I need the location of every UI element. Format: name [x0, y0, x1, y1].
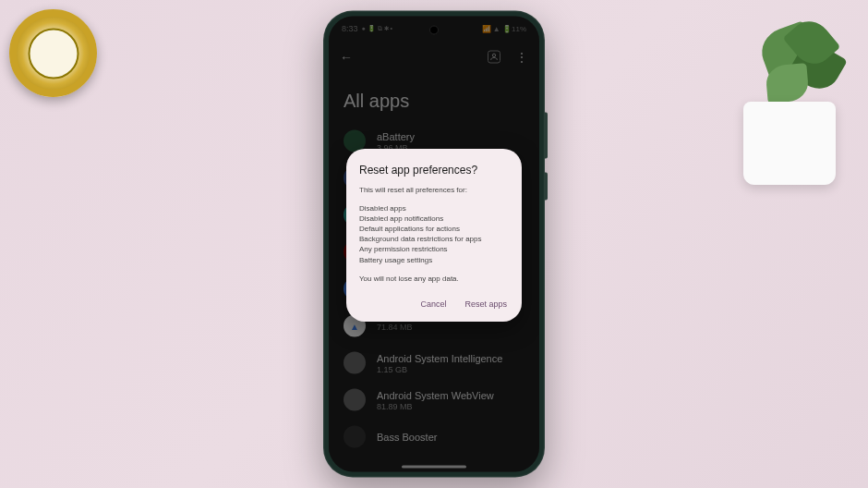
plant-decoration: [711, 18, 859, 185]
dialog-reset-list: Disabled apps Disabled app notifications…: [359, 203, 509, 265]
phone-frame: 8:33 ● 🔋 ⧉ ✱ • 📶 ▲ 🔋11% ← ⋮ All: [323, 11, 545, 478]
reset-apps-button[interactable]: Reset apps: [463, 296, 509, 312]
cancel-button[interactable]: Cancel: [418, 296, 448, 312]
desk-clock-decoration: [9, 9, 148, 148]
dialog-subtitle: This will reset all preferences for:: [359, 186, 509, 194]
gesture-nav-bar[interactable]: [402, 466, 466, 469]
camera-punch-hole: [429, 26, 439, 35]
reset-preferences-dialog: Reset app preferences? This will reset a…: [346, 149, 522, 322]
dialog-title: Reset app preferences?: [359, 164, 509, 177]
dialog-note: You will not lose any app data.: [359, 274, 509, 283]
phone-screen: 8:33 ● 🔋 ⧉ ✱ • 📶 ▲ 🔋11% ← ⋮ All: [329, 17, 539, 472]
